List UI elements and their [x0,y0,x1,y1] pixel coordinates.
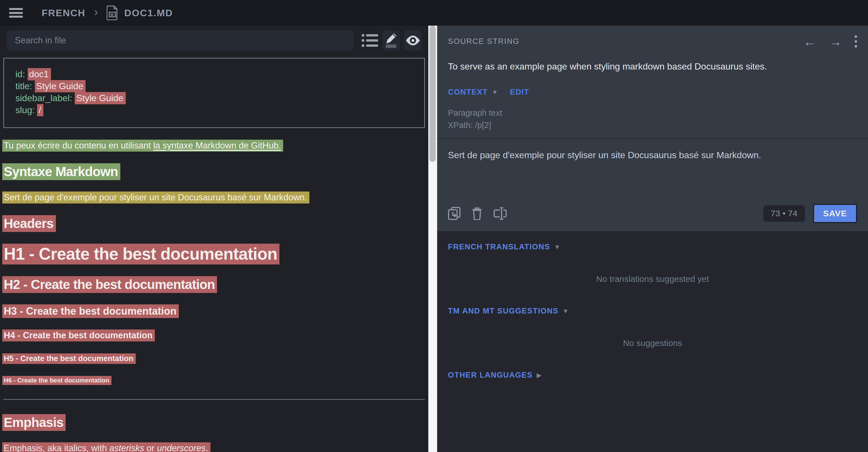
caret-down-icon: ▼ [554,244,560,251]
frontmatter-value-string[interactable]: doc1 [28,68,51,80]
context-type: Paragraph text [448,107,857,119]
source-string-text: To serve as an example page when styling… [448,61,857,72]
frontmatter-key: sidebar_label: [16,93,75,103]
other-languages-section[interactable]: OTHER LANGUAGES ▶ [448,371,857,380]
caret-down-icon: ▼ [492,89,498,96]
doc-heading-string[interactable]: H4 - Create the best documentation [2,330,426,341]
doc-heading-string[interactable]: H2 - Create the best documentation [2,277,426,292]
translation-toolbar: 73 • 74 SAVE [448,204,857,231]
doc-heading-string[interactable]: H6 - Create the best documentation [2,377,426,384]
frontmatter-line: title: Style Guide [16,80,413,92]
breadcrumb-file[interactable]: DOC1.MD [124,7,173,19]
copy-source-icon[interactable] [448,207,461,220]
frontmatter-box: id: doc1title: Style Guidesidebar_label:… [3,58,425,128]
source-string-title: SOURCE STRING [448,37,520,46]
doc-paragraph-string[interactable]: Sert de page d'exemple pour styliser un … [2,192,426,203]
topbar: FRENCH › M↓ DOC1.MD [0,0,868,26]
french-translations-section[interactable]: FRENCH TRANSLATIONS ▼ [448,243,857,251]
source-string-card: SOURCE STRING ← → To serve as an example… [437,26,868,138]
doc-heading-string[interactable]: H5 - Create the best documentation [2,354,426,363]
doc-heading-string[interactable]: H1 - Create the best documentation [2,244,426,264]
rename-text-icon[interactable] [494,207,508,220]
edit-context-link[interactable]: EDIT [510,88,529,97]
string-list-icon[interactable] [362,33,378,48]
tm-mt-suggestions-section[interactable]: TM AND MT SUGGESTIONS ▼ [448,306,857,316]
document-blocks: Tu peux écrire du contenu en utilisant l… [2,140,426,452]
eye-icon [405,36,420,45]
french-translations-empty: No translations suggested yet [448,274,857,284]
document-preview: id: doc1title: Style Guidesidebar_label:… [0,51,428,452]
save-button[interactable]: SAVE [813,204,857,223]
suggestions-area: FRENCH TRANSLATIONS ▼ No translations su… [437,231,868,452]
doc-heading-string[interactable]: Emphasis [2,415,426,430]
file-preview-panel: id: doc1title: Style Guidesidebar_label:… [0,26,428,452]
markdown-file-icon: M↓ [106,5,118,20]
translation-editor: Sert de page d'exemple pour styliser un … [437,138,868,231]
context-toggle[interactable]: CONTEXT [448,88,488,97]
frontmatter-key: title: [16,81,35,91]
translation-panel: SOURCE STRING ← → To serve as an example… [437,26,868,452]
translation-input[interactable]: Sert de page d'exemple pour styliser un … [448,139,857,204]
edit-mode-button[interactable] [382,31,400,51]
context-xpath: XPath: /p[2] [448,119,857,131]
pencil-icon [386,33,397,44]
scrollbar-thumb[interactable] [429,26,436,162]
scrollbar[interactable] [428,26,437,452]
file-toolbar [0,31,428,51]
previous-string-icon[interactable]: ← [803,35,816,48]
frontmatter-value-string[interactable]: Style Guide [35,80,86,92]
frontmatter-value-string[interactable]: Style Guide [75,92,125,104]
doc-heading-string[interactable]: Syntaxe Markdown [2,164,426,179]
breadcrumb: FRENCH › M↓ DOC1.MD [42,5,173,20]
caret-down-icon: ▼ [563,308,569,315]
delete-translation-icon[interactable] [472,207,482,220]
frontmatter-key: slug: [16,105,37,115]
doc-divider [3,399,425,400]
frontmatter-line: slug: / [16,104,413,116]
doc-heading-string[interactable]: H3 - Create the best documentation [2,305,426,317]
active-tab-indicator [386,44,396,48]
char-counter: 73 • 74 [763,205,805,222]
app-window: FRENCH › M↓ DOC1.MD [0,0,868,452]
preview-mode-button[interactable] [404,31,422,51]
menu-icon[interactable] [9,8,23,18]
frontmatter-value-string[interactable]: / [37,104,43,116]
next-string-icon[interactable]: → [829,35,842,48]
search-input[interactable] [7,31,353,51]
more-options-icon[interactable] [855,34,857,49]
doc-heading-string[interactable]: Headers [2,216,426,231]
frontmatter-line: id: doc1 [16,68,413,80]
doc-paragraph-string[interactable]: Emphasis, aka italics, with asterisks or… [2,443,426,452]
doc-paragraph-string[interactable]: Tu peux écrire du contenu en utilisant l… [2,140,426,151]
frontmatter-key: id: [16,69,28,79]
breadcrumb-language[interactable]: FRENCH [42,7,86,19]
chevron-right-icon: › [94,6,98,20]
main-split: id: doc1title: Style Guidesidebar_label:… [0,26,868,452]
frontmatter-line: sidebar_label: Style Guide [16,92,413,104]
tm-mt-suggestions-empty: No suggestions [448,338,857,348]
caret-right-icon: ▶ [537,372,541,379]
svg-text:M↓: M↓ [111,13,115,17]
